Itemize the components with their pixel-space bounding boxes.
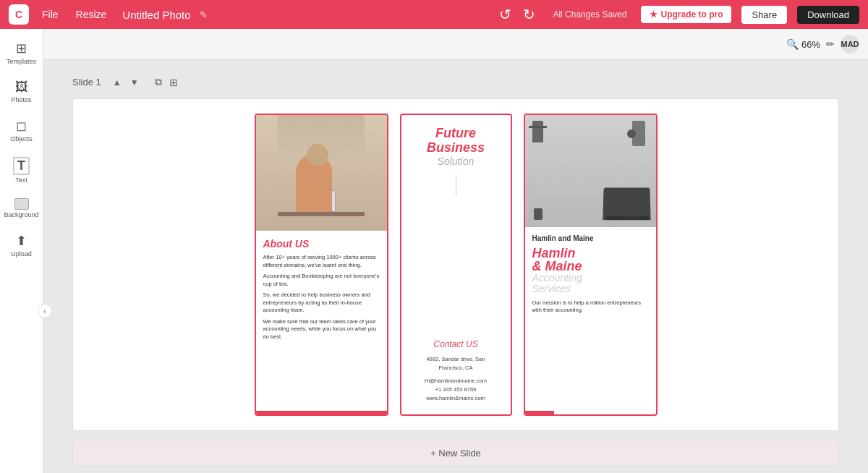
upload-icon: ⬆: [16, 233, 27, 249]
text-label: Text: [15, 176, 27, 184]
save-status: All Changes Saved: [553, 9, 626, 20]
slide-copy-icon[interactable]: ⧉: [153, 74, 163, 90]
card-1-image: [256, 115, 387, 231]
star-icon: ★: [650, 9, 658, 20]
card-3-main-title: Hamlin& Maine: [532, 247, 649, 273]
card-3-footer-bar: [525, 411, 554, 414]
objects-label: Objects: [10, 135, 33, 142]
text-icon: T: [13, 157, 30, 175]
card-3-company-label: Hamlin and Maine: [532, 234, 649, 242]
undo-button[interactable]: ↺: [496, 6, 514, 23]
card-1-text2: Accounting and Bookkeeping are not every…: [263, 273, 380, 288]
menu-bar: File Resize: [35, 6, 114, 23]
slide-nav-down[interactable]: ▼: [127, 76, 142, 89]
card-2-divider: [456, 174, 456, 196]
sidebar-item-text[interactable]: T Text: [0, 151, 43, 189]
canvas-area: 🔍 66% ✏ MAD Slide 1 ▲ ▼ ⧉ ⊞: [43, 29, 868, 473]
card-2-contact-title: Contact US: [433, 339, 477, 349]
pencil-tool-icon[interactable]: ✏: [826, 38, 835, 50]
templates-label: Templates: [7, 58, 36, 65]
card-3-service-title: AccountingServices: [532, 273, 649, 295]
zoom-control: 🔍 66%: [786, 38, 820, 50]
zoom-level: 66%: [801, 39, 820, 50]
card-2-address: 4883, Sandar drive, SanFrancisco, CA: [427, 355, 485, 372]
sidebar-item-photos[interactable]: 🖼 Photos: [0, 74, 43, 109]
card-2-solution-title: Solution: [438, 155, 475, 167]
card-2-future-title: FutureBusiness: [427, 127, 485, 155]
slide-add-icon[interactable]: ⊞: [168, 74, 179, 90]
menu-resize[interactable]: Resize: [69, 6, 114, 23]
slide-nav-up[interactable]: ▲: [110, 76, 124, 89]
slide-action-icons: ⧉ ⊞: [153, 74, 179, 90]
app-logo: C: [9, 4, 29, 25]
canvas-toolbar: 🔍 66% ✏ MAD: [43, 29, 868, 60]
card-2-website: www.hamlin&maine.com: [426, 394, 485, 403]
card-1-footer-bar: [256, 411, 387, 414]
card-2-email: Hi@hamlinandmaine.com: [425, 377, 487, 385]
card-2-future[interactable]: FutureBusiness Solution Contact US 4883,…: [400, 114, 512, 416]
card-3-body: Hamlin and Maine Hamlin& Maine Accountin…: [525, 227, 656, 322]
slide-label: Slide 1: [72, 77, 101, 88]
download-button[interactable]: Download: [797, 6, 859, 24]
topbar: C File Resize Untitled Photo ✎ ↺ ↻ All C…: [0, 0, 868, 29]
upload-label: Upload: [11, 250, 32, 257]
card-3-hamlin[interactable]: Hamlin and Maine Hamlin& Maine Accountin…: [524, 114, 658, 416]
card-1-text1: After 10+ years of serving 1000+ clients…: [263, 254, 380, 269]
desk-scene: [525, 115, 656, 227]
card-3-description: Our mission is to help a million entrepr…: [532, 299, 649, 315]
slide-container: Slide 1 ▲ ▼ ⧉ ⊞: [43, 60, 868, 473]
new-slide-button[interactable]: + New Slide: [72, 440, 839, 466]
background-icon: [14, 198, 29, 210]
redo-button[interactable]: ↻: [520, 6, 538, 23]
slide-header: Slide 1 ▲ ▼ ⧉ ⊞: [72, 74, 839, 90]
user-avatar: MAD: [841, 35, 859, 54]
menu-file[interactable]: File: [35, 6, 66, 23]
sidebar-item-objects[interactable]: ◻ Objects: [0, 112, 43, 148]
upgrade-label: Upgrade to pro: [660, 9, 723, 20]
card-3-image: [525, 115, 656, 227]
sidebar-item-templates[interactable]: ⊞ Templates: [0, 35, 43, 71]
sidebar-item-upload[interactable]: ⬆ Upload: [0, 227, 43, 263]
share-button[interactable]: Share: [741, 6, 787, 24]
slide-nav: ▲ ▼: [110, 76, 142, 89]
card-1-about-title: About US: [263, 238, 380, 250]
sidebar-item-background[interactable]: Background: [0, 192, 43, 224]
upgrade-button[interactable]: ★ Upgrade to pro: [641, 6, 731, 23]
card-2-phone: +1 345 453 8769: [435, 385, 477, 394]
card-1-about[interactable]: About US After 10+ years of serving 1000…: [255, 114, 388, 416]
slide-canvas: About US After 10+ years of serving 1000…: [72, 98, 839, 431]
main-layout: ⊞ Templates 🖼 Photos ◻ Objects T Text Ba…: [0, 29, 868, 473]
edit-title-icon[interactable]: ✎: [200, 9, 208, 20]
background-label: Background: [4, 211, 38, 218]
card-1-text3: So, we decided to help business owners a…: [263, 291, 380, 315]
photos-icon: 🖼: [15, 80, 28, 95]
zoom-icon: 🔍: [786, 38, 799, 50]
objects-icon: ◻: [16, 118, 27, 134]
card-1-body: About US After 10+ years of serving 1000…: [256, 231, 387, 351]
document-title: Untitled Photo: [122, 9, 190, 21]
card-1-text4: We make sure that our team takes care of…: [263, 318, 380, 341]
sidebar: ⊞ Templates 🖼 Photos ◻ Objects T Text Ba…: [0, 29, 43, 473]
templates-icon: ⊞: [16, 41, 27, 56]
photos-label: Photos: [11, 96, 31, 103]
sidebar-collapse-button[interactable]: ‹: [38, 304, 52, 318]
